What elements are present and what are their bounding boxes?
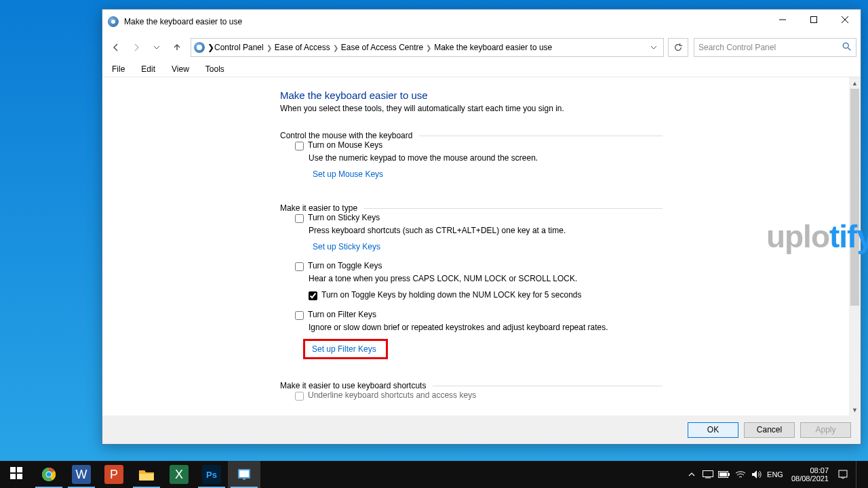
- app-icon: [108, 16, 119, 27]
- control-panel-icon: [235, 465, 254, 484]
- close-button[interactable]: [829, 9, 861, 30]
- menubar: File Edit View Tools: [102, 61, 861, 77]
- word-icon: W: [72, 465, 91, 484]
- page-title: Make the keyboard easier to use: [280, 89, 849, 101]
- svg-rect-1: [811, 17, 817, 23]
- excel-icon: X: [170, 465, 189, 484]
- vertical-scrollbar[interactable]: ▲ ▼: [849, 77, 861, 415]
- checkbox-toggle-keys-hold-input[interactable]: [309, 291, 317, 300]
- maximize-button[interactable]: [798, 9, 829, 30]
- taskbar-chrome[interactable]: [33, 461, 65, 488]
- breadcrumb-item[interactable]: Make the keyboard easier to use: [434, 43, 552, 52]
- checkbox-toggle-keys-input[interactable]: [295, 262, 304, 271]
- svg-rect-22: [839, 470, 847, 477]
- tray-battery-icon[interactable]: [718, 471, 730, 478]
- svg-rect-15: [239, 470, 249, 477]
- start-button[interactable]: [0, 461, 33, 488]
- mouse-keys-desc: Use the numeric keypad to move the mouse…: [309, 153, 663, 163]
- svg-rect-17: [703, 471, 713, 477]
- window-title: Make the keyboard easier to use: [124, 17, 767, 26]
- checkbox-filter-keys-input[interactable]: [295, 311, 304, 320]
- address-bar[interactable]: ❯ Control Panel ❯ Ease of Access ❯ Ease …: [191, 38, 664, 57]
- taskbar-control-panel[interactable]: [228, 461, 260, 488]
- chevron-right-icon: ❯: [267, 44, 272, 52]
- checkbox-underline-shortcuts-input[interactable]: [295, 392, 304, 401]
- svg-rect-7: [17, 467, 22, 472]
- back-button[interactable]: [106, 38, 125, 57]
- content-pane: Make the keyboard easier to use When you…: [102, 77, 849, 415]
- up-button[interactable]: [167, 38, 186, 57]
- tray-keyboard-icon[interactable]: [702, 470, 714, 479]
- checkbox-sticky-keys-input[interactable]: [295, 214, 304, 223]
- system-tray: ENG 08:07 08/08/2021: [686, 461, 868, 488]
- recent-dropdown[interactable]: [147, 38, 166, 57]
- menu-view[interactable]: View: [169, 63, 192, 75]
- svg-rect-20: [728, 473, 730, 476]
- tray-time: 08:07: [791, 466, 829, 474]
- navbar: ❯ Control Panel ❯ Ease of Access ❯ Ease …: [102, 34, 861, 61]
- taskbar-explorer[interactable]: [130, 461, 163, 488]
- apply-button[interactable]: Apply: [800, 422, 851, 438]
- scroll-up-button[interactable]: ▲: [849, 77, 861, 89]
- scroll-thumb[interactable]: [850, 89, 859, 306]
- svg-rect-21: [719, 472, 727, 476]
- scroll-track[interactable]: [849, 89, 861, 404]
- divider: [419, 136, 663, 136]
- checkbox-mouse-keys[interactable]: Turn on Mouse Keys: [295, 140, 663, 150]
- tray-wifi-icon[interactable]: [734, 470, 747, 479]
- svg-rect-8: [10, 474, 16, 479]
- taskbar-word[interactable]: W: [65, 461, 98, 488]
- forward-button[interactable]: [127, 38, 146, 57]
- refresh-button[interactable]: [668, 38, 688, 57]
- checkbox-mouse-keys-input[interactable]: [295, 142, 304, 150]
- checkbox-label: Turn on Toggle Keys: [308, 261, 382, 270]
- taskbar-powerpoint[interactable]: P: [98, 461, 130, 488]
- chevron-right-icon: ❯: [333, 44, 338, 52]
- checkbox-label: Underline keyboard shortcuts and access …: [308, 390, 476, 400]
- ok-button[interactable]: OK: [688, 422, 738, 438]
- filter-keys-desc: Ignore or slow down brief or repeated ke…: [309, 323, 663, 332]
- taskbar-photoshop[interactable]: Ps: [195, 461, 228, 488]
- cancel-button[interactable]: Cancel: [744, 422, 795, 438]
- chrome-icon: [39, 465, 58, 484]
- link-setup-sticky-keys[interactable]: Set up Sticky Keys: [313, 242, 380, 251]
- breadcrumb-item[interactable]: Ease of Access: [275, 43, 330, 52]
- tray-volume-icon[interactable]: [751, 470, 763, 479]
- tray-clock[interactable]: 08:07 08/08/2021: [791, 466, 829, 483]
- menu-file[interactable]: File: [109, 63, 127, 75]
- page-subtitle: When you select these tools, they will a…: [280, 104, 849, 113]
- windows-icon: [10, 467, 22, 482]
- checkbox-toggle-keys-hold[interactable]: Turn on Toggle Keys by holding down the …: [309, 290, 663, 300]
- link-setup-mouse-keys[interactable]: Set up Mouse Keys: [313, 169, 383, 179]
- show-desktop-button[interactable]: [856, 461, 864, 488]
- checkbox-toggle-keys[interactable]: Turn on Toggle Keys: [295, 261, 663, 271]
- tray-notifications-icon[interactable]: [837, 469, 849, 480]
- address-dropdown[interactable]: [647, 39, 660, 56]
- svg-point-13: [47, 472, 52, 477]
- breadcrumb-item[interactable]: Control Panel: [214, 43, 264, 52]
- dialog-footer: OK Cancel Apply: [102, 415, 861, 444]
- checkbox-sticky-keys[interactable]: Turn on Sticky Keys: [295, 213, 663, 223]
- minimize-button[interactable]: [767, 9, 798, 30]
- svg-rect-16: [243, 479, 245, 480]
- tray-date: 08/08/2021: [791, 474, 829, 483]
- scroll-down-button[interactable]: ▼: [849, 404, 861, 415]
- group-label: Make it easier to type: [280, 203, 360, 213]
- svg-rect-9: [17, 474, 22, 479]
- link-setup-filter-keys[interactable]: Set up Filter Keys: [303, 339, 388, 359]
- menu-edit[interactable]: Edit: [138, 63, 158, 75]
- chevron-right-icon: ❯: [426, 44, 431, 52]
- divider: [433, 386, 663, 386]
- sticky-keys-desc: Press keyboard shortcuts (such as CTRL+A…: [309, 226, 663, 235]
- tray-language[interactable]: ENG: [767, 470, 783, 479]
- address-icon: [194, 42, 205, 53]
- menu-tools[interactable]: Tools: [203, 63, 227, 75]
- tray-chevron-up-icon[interactable]: [686, 471, 698, 478]
- group-type: Make it easier to type Turn on Sticky Ke…: [280, 198, 663, 366]
- toggle-keys-desc: Hear a tone when you press CAPS LOCK, NU…: [309, 274, 663, 283]
- taskbar-excel[interactable]: X: [163, 461, 195, 488]
- search-input[interactable]: Search Control Panel: [694, 38, 856, 57]
- breadcrumb-item[interactable]: Ease of Access Centre: [341, 43, 423, 52]
- checkbox-filter-keys[interactable]: Turn on Filter Keys: [295, 310, 663, 320]
- checkbox-underline-shortcuts[interactable]: Underline keyboard shortcuts and access …: [295, 390, 663, 401]
